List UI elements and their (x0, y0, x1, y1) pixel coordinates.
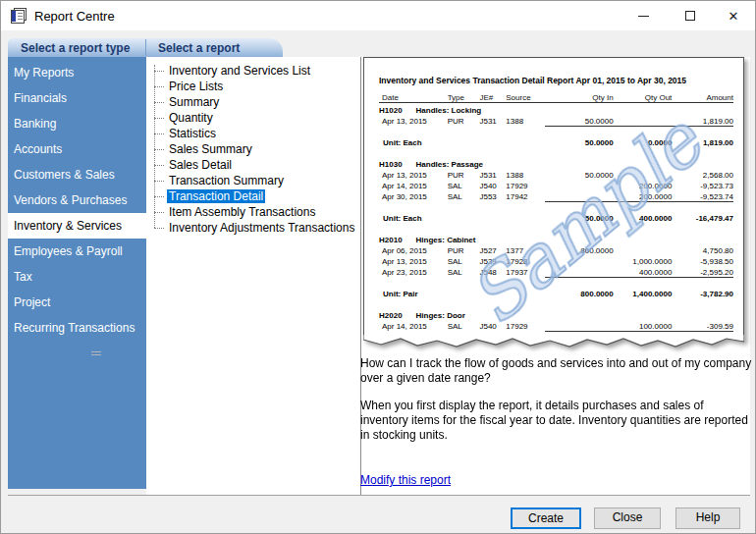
report-item-sales-summary[interactable]: Sales Summary (146, 141, 360, 157)
title-bar: Report Centre ✕ (1, 1, 755, 30)
report-item-quantity[interactable]: Quantity (146, 110, 360, 126)
close-dialog-button[interactable]: Close (594, 507, 661, 529)
sidebar-item-customers-sales[interactable]: Customers & Sales (8, 162, 146, 187)
sidebar-item-recurring-transactions[interactable]: Recurring Transactions (8, 315, 146, 341)
report-title: Inventory and Services Transaction Detai… (379, 76, 733, 85)
tree-branch-line (154, 165, 164, 166)
maximize-button[interactable] (671, 1, 710, 30)
tree-branch-line (154, 181, 164, 182)
select-report-type-header: Select a report type (8, 41, 145, 55)
report-item-transaction-detail[interactable]: Transaction Detail (146, 188, 360, 204)
report-item-item-assembly-transactions[interactable]: Item Assembly Transactions (146, 204, 360, 220)
modify-report-link[interactable]: Modify this report (360, 473, 451, 487)
maximize-icon (685, 11, 695, 21)
report-item-label: Inventory Adjustments Transactions (167, 221, 356, 235)
splitter-grip[interactable] (91, 351, 101, 355)
sidebar-item-employees-payroll[interactable]: Employees & Payroll (8, 239, 146, 264)
report-item-label: Statistics (167, 127, 218, 140)
sidebar-item-inventory-services[interactable]: Inventory & Services (8, 213, 146, 239)
window-title: Report Centre (34, 9, 115, 24)
report-list: Inventory and Services ListPrice ListsSu… (146, 57, 360, 236)
report-item-label: Sales Detail (167, 158, 234, 172)
minimize-icon (638, 16, 649, 17)
tree-branch-line (154, 149, 164, 150)
sidebar-item-vendors-purchases[interactable]: Vendors & Purchases (8, 187, 146, 213)
select-report-header: Select a report (146, 41, 240, 55)
report-item-inventory-and-services-list[interactable]: Inventory and Services List (146, 63, 360, 79)
report-item-label: Price Lists (167, 80, 225, 93)
sidebar-item-banking[interactable]: Banking (8, 111, 146, 136)
sidebar-item-financials[interactable]: Financials (8, 85, 146, 111)
close-button[interactable]: ✕ (714, 1, 753, 30)
minimize-button[interactable] (623, 1, 663, 30)
sidebar-item-accounts[interactable]: Accounts (8, 136, 146, 162)
description-detail: When you first display the report, it de… (360, 399, 752, 443)
panel-headers: Select a report type Select a report (8, 38, 283, 57)
tree-branch-line (154, 212, 164, 213)
report-table-body: DateTypeJE#SourceQty InQty OutAmountH102… (379, 92, 733, 332)
report-item-summary[interactable]: Summary (146, 94, 360, 110)
tree-branch-line (154, 71, 164, 72)
report-type-list: My ReportsFinancialsBankingAccountsCusto… (8, 57, 146, 489)
tree-branch-line (154, 228, 164, 229)
report-item-label: Item Assembly Transactions (167, 205, 317, 219)
sidebar-item-my-reports[interactable]: My Reports (8, 60, 146, 85)
sidebar-item-project[interactable]: Project (8, 290, 146, 315)
tree-branch-line (154, 102, 164, 103)
report-item-transaction-summary[interactable]: Transaction Summary (146, 173, 360, 188)
tree-branch-line (154, 196, 164, 197)
report-item-inventory-adjustments-transactions[interactable]: Inventory Adjustments Transactions (146, 220, 360, 236)
torn-edge (363, 335, 744, 349)
report-item-label: Transaction Detail (167, 189, 265, 203)
help-button[interactable]: Help (675, 507, 740, 529)
report-item-price-lists[interactable]: Price Lists (146, 79, 360, 94)
tree-branch-line (154, 134, 164, 134)
sample-report-page: Inventory and Services Transaction Detai… (363, 57, 745, 349)
footer-divider (8, 495, 750, 496)
create-button[interactable]: Create (511, 507, 581, 529)
report-item-label: Transaction Summary (167, 174, 286, 187)
tree-branch-line (154, 86, 164, 87)
close-icon: ✕ (729, 10, 739, 23)
report-centre-icon (11, 8, 27, 24)
report-description: How can I track the flow of goods and se… (360, 356, 752, 455)
report-item-sales-detail[interactable]: Sales Detail (146, 157, 360, 173)
report-item-label: Quantity (167, 111, 215, 125)
report-item-label: Sales Summary (167, 142, 254, 156)
report-list-panel: Inventory and Services ListPrice ListsSu… (146, 57, 360, 495)
report-item-label: Summary (167, 95, 221, 109)
sidebar-item-tax[interactable]: Tax (8, 264, 146, 290)
report-item-statistics[interactable]: Statistics (146, 126, 360, 141)
report-item-label: Inventory and Services List (167, 64, 312, 78)
report-centre-window: Report Centre ✕ Select a report type Sel… (0, 0, 756, 534)
tree-branch-line (154, 118, 164, 119)
description-question: How can I track the flow of goods and se… (360, 356, 752, 386)
